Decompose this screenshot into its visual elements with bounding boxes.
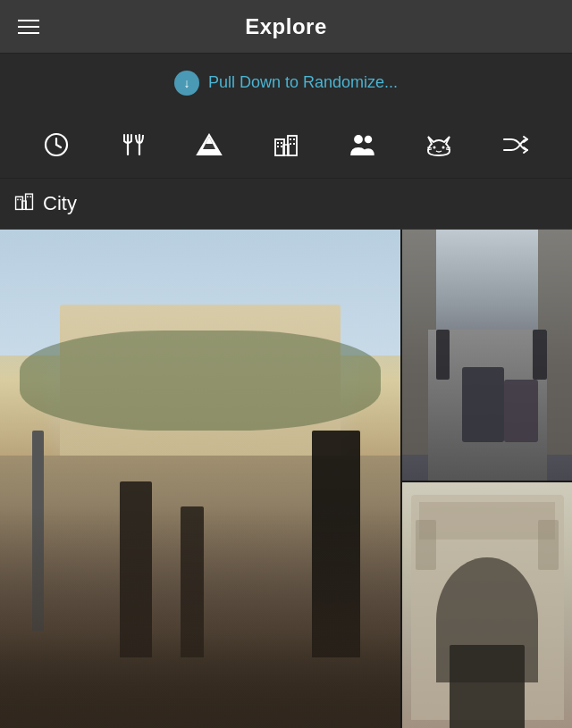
categories-bar	[0, 112, 572, 179]
svg-rect-15	[277, 146, 279, 147]
pull-down-icon: ↓	[174, 71, 199, 96]
svg-rect-16	[281, 146, 282, 147]
app-header: Explore	[0, 0, 572, 54]
category-animals[interactable]	[419, 125, 458, 164]
pull-to-randomize-bar[interactable]: ↓ Pull Down to Randomize...	[0, 54, 572, 112]
image-cathedral[interactable]	[402, 482, 572, 729]
image-grid	[0, 230, 572, 728]
page-title: Explore	[245, 14, 327, 39]
svg-point-22	[365, 137, 371, 143]
section-title: City	[43, 192, 77, 215]
category-favorites[interactable]	[37, 125, 76, 164]
svg-rect-17	[290, 138, 291, 140]
svg-rect-14	[281, 142, 282, 144]
svg-rect-19	[290, 143, 291, 145]
category-food[interactable]	[114, 125, 153, 164]
svg-rect-33	[20, 199, 21, 201]
menu-button[interactable]	[18, 20, 39, 34]
svg-rect-35	[29, 197, 31, 198]
image-street-bikes[interactable]	[402, 230, 572, 481]
svg-rect-34	[27, 197, 29, 198]
image-right-column	[402, 230, 572, 728]
category-random[interactable]	[496, 125, 535, 164]
svg-rect-13	[277, 142, 279, 144]
category-city[interactable]	[266, 125, 306, 164]
svg-line-2	[56, 145, 61, 147]
svg-point-24	[442, 146, 445, 149]
svg-rect-32	[17, 199, 19, 201]
category-nature[interactable]	[189, 125, 229, 164]
svg-point-21	[355, 136, 362, 143]
pull-to-randomize-text: Pull Down to Randomize...	[208, 73, 398, 92]
section-city-icon	[14, 191, 34, 216]
svg-rect-18	[293, 138, 295, 140]
svg-point-23	[433, 146, 436, 149]
category-people[interactable]	[343, 125, 383, 164]
image-barcelona[interactable]	[0, 230, 400, 728]
section-header: City	[0, 179, 572, 230]
svg-rect-20	[293, 143, 295, 145]
